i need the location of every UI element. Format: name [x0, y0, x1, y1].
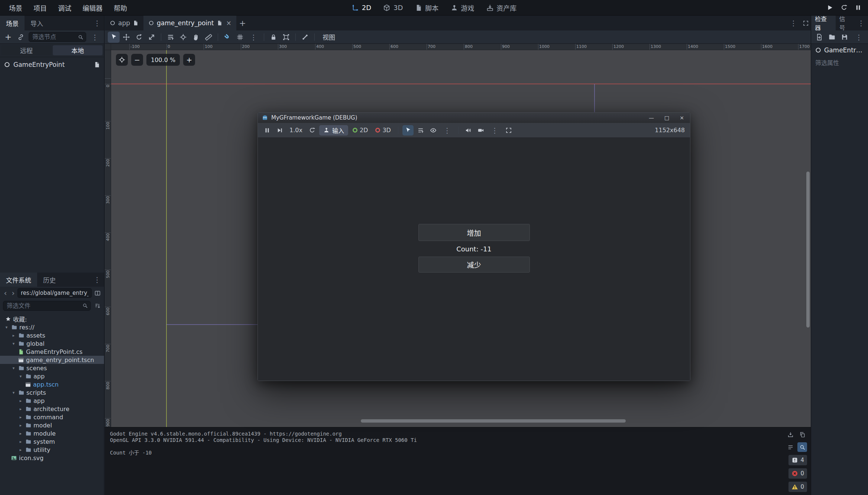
game-visibility-button[interactable]	[428, 125, 439, 136]
game-fullscreen-button[interactable]	[503, 125, 514, 136]
file-row-model[interactable]: ▸model	[0, 421, 104, 429]
camera-options-icon[interactable]: ⋮	[488, 126, 502, 134]
errors-badge[interactable]: 0	[788, 468, 807, 479]
chevron-right-icon[interactable]: ▸	[18, 423, 23, 428]
pan-tool-button[interactable]	[190, 32, 202, 43]
camera-override-button[interactable]	[475, 125, 486, 136]
game-window-titlebar[interactable]: MyGFrameworkGame (DEBUG) — □ ×	[258, 113, 690, 123]
copy-log-button[interactable]	[797, 430, 807, 439]
file-row-global[interactable]: ▾global	[0, 339, 104, 348]
snap-options-icon[interactable]: ⋮	[247, 33, 260, 41]
mode-2d-toggle[interactable]: 2D	[350, 125, 371, 136]
horizontal-scrollbar[interactable]	[361, 419, 626, 423]
maximize-window-icon[interactable]: □	[664, 115, 669, 121]
list-select-tool-button[interactable]	[165, 32, 176, 43]
split-view-icon[interactable]	[93, 288, 102, 298]
menu-editor[interactable]: 编辑器	[77, 1, 108, 15]
view-menu-button[interactable]: 视图	[318, 31, 340, 43]
instantiate-scene-button[interactable]	[15, 32, 27, 43]
scale-tool-button[interactable]	[146, 32, 158, 43]
filter-properties-row[interactable]: 筛选属性	[811, 56, 868, 68]
pivot-tool-button[interactable]	[177, 32, 189, 43]
group-node-button[interactable]	[280, 32, 292, 43]
tab-script-icon[interactable]	[217, 20, 223, 26]
filter-files-input[interactable]	[3, 301, 91, 311]
zoom-in-button[interactable]: +	[183, 54, 195, 66]
file-row-app.tscn[interactable]: app.tscn	[0, 380, 104, 388]
tab-scene-dock[interactable]: 场景	[0, 16, 25, 30]
scene-tree-menu-icon[interactable]: ⋮	[88, 33, 102, 41]
input-mode-toggle[interactable]: 输入	[319, 125, 348, 136]
chevron-right-icon[interactable]: ▸	[18, 398, 23, 403]
tab-filesystem[interactable]: 文件系统	[0, 273, 37, 287]
pause-game-button[interactable]	[262, 125, 273, 136]
file-row-scripts[interactable]: ▾scripts	[0, 388, 104, 397]
game-speed-label[interactable]: 1.0x	[287, 127, 305, 134]
file-row-command[interactable]: ▸command	[0, 413, 104, 421]
file-row-system[interactable]: ▸system	[0, 437, 104, 446]
game-audio-toggle[interactable]	[463, 125, 474, 136]
file-row-icon.svg[interactable]: icon.svg	[0, 454, 104, 462]
chevron-down-icon[interactable]: ▾	[18, 374, 23, 379]
skeleton-options-button[interactable]	[299, 32, 311, 43]
menu-project[interactable]: 项目	[28, 1, 52, 15]
minimize-window-icon[interactable]: —	[649, 115, 654, 121]
inspected-node-row[interactable]: GameEntryPoint	[811, 44, 868, 56]
reset-game-button[interactable]	[307, 125, 318, 136]
chevron-right-icon[interactable]: ▸	[18, 439, 23, 444]
tab-script-icon[interactable]	[133, 20, 139, 26]
scene-tab-game-entry-point[interactable]: game_entry_point ×	[143, 16, 236, 30]
menu-debug[interactable]: 调试	[53, 1, 77, 15]
current-path-input[interactable]	[17, 288, 92, 298]
chevron-right-icon[interactable]: ▸	[18, 431, 23, 436]
pause-button[interactable]	[852, 2, 864, 13]
save-log-button[interactable]	[786, 430, 795, 439]
scene-dock-menu-icon[interactable]: ⋮	[90, 16, 104, 30]
search-log-button[interactable]	[797, 442, 807, 452]
decrease-button[interactable]: 减少	[418, 257, 530, 273]
history-forward-button[interactable]: ›	[10, 289, 17, 297]
workspace-script-button[interactable]: 脚本	[410, 1, 443, 14]
tab-history[interactable]: 历史	[37, 273, 62, 287]
chevron-down-icon[interactable]: ▾	[11, 341, 16, 346]
scene-tab-app[interactable]: app	[105, 16, 143, 30]
tab-signals[interactable]: 信号	[836, 16, 854, 30]
local-button[interactable]: 本地	[53, 45, 103, 55]
favorites-row[interactable]: 收藏:	[0, 315, 104, 323]
zoom-out-button[interactable]: −	[131, 54, 143, 66]
chevron-down-icon[interactable]: ▾	[4, 325, 9, 330]
workspace-3d-button[interactable]: 3D	[378, 2, 408, 13]
center-view-button[interactable]	[116, 54, 128, 66]
warnings-badge[interactable]: 0	[788, 482, 807, 492]
add-node-button[interactable]: +	[2, 32, 14, 43]
chevron-right-icon[interactable]: ▸	[18, 447, 23, 452]
chevron-right-icon[interactable]: ▸	[18, 415, 23, 420]
inspector-dock-menu-icon[interactable]: ⋮	[854, 16, 868, 30]
zoom-level-label[interactable]: 100.0 %	[146, 54, 180, 66]
file-row-app[interactable]: ▾app	[0, 372, 104, 380]
file-row-scenes[interactable]: ▾scenes	[0, 364, 104, 372]
remote-button[interactable]: 远程	[1, 45, 51, 55]
file-row-game-entry-point.tscn[interactable]: game_entry_point.tscn	[0, 356, 104, 364]
game-select-options-icon[interactable]: ⋮	[440, 126, 454, 134]
game-list-select-button[interactable]	[415, 125, 426, 136]
smart-snap-toggle[interactable]	[221, 32, 233, 43]
inspector-extra-menu-icon[interactable]: ⋮	[852, 33, 866, 41]
workspace-assetlib-button[interactable]: 资产库	[481, 1, 521, 14]
workspace-2d-button[interactable]: 2D	[347, 2, 376, 13]
file-row-assets[interactable]: ▸assets	[0, 331, 104, 339]
mode-3d-toggle[interactable]: 3D	[372, 125, 394, 136]
chevron-down-icon[interactable]: ▾	[11, 390, 16, 395]
grid-snap-toggle[interactable]	[234, 32, 246, 43]
chevron-right-icon[interactable]: ▸	[18, 407, 23, 411]
next-frame-button[interactable]	[274, 125, 285, 136]
save-resource-button[interactable]	[839, 32, 851, 43]
lock-node-button[interactable]	[268, 32, 279, 43]
restart-button[interactable]	[838, 2, 849, 13]
file-row-app[interactable]: ▸app	[0, 397, 104, 405]
close-tab-icon[interactable]: ×	[226, 19, 231, 27]
load-resource-button[interactable]	[826, 32, 838, 43]
rotate-tool-button[interactable]	[133, 32, 145, 43]
expand-viewport-icon[interactable]	[800, 16, 811, 30]
vertical-scrollbar[interactable]	[806, 172, 810, 328]
